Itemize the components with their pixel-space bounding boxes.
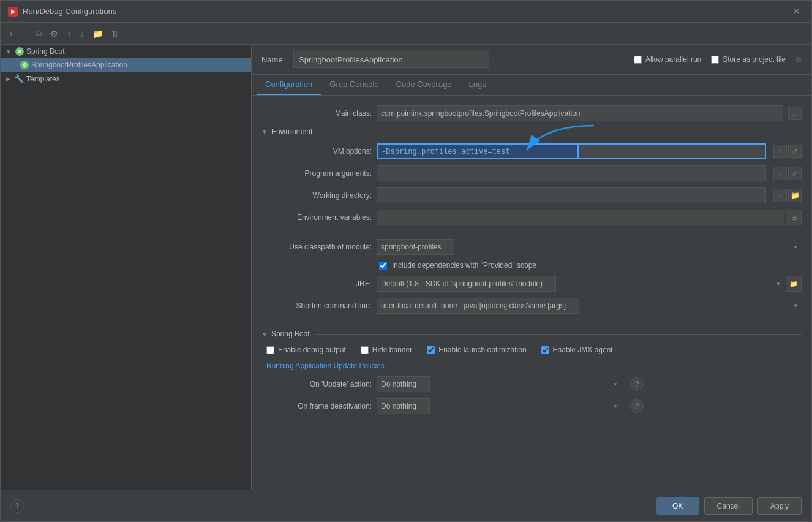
cancel-button[interactable]: Cancel [704, 497, 753, 515]
spring-boot-icon: ⚙ [15, 47, 24, 56]
frame-deactivation-select[interactable]: Do nothing [377, 398, 430, 414]
update-action-label: On 'Update' action: [261, 380, 372, 388]
folder-button[interactable]: 📁 [89, 27, 106, 40]
environment-expand-icon[interactable]: ▼ [261, 129, 268, 135]
shorten-row: Shorten command line: user-local default… [261, 298, 802, 314]
working-dir-add-btn[interactable]: + [773, 189, 787, 202]
program-args-input[interactable] [377, 165, 766, 181]
app-run-icon: ⚙ [20, 61, 29, 69]
allow-parallel-checkbox[interactable] [634, 56, 642, 64]
toolbar: + − ⧉ ⚙ ↑ ↓ 📁 ⇅ [1, 23, 811, 45]
store-settings-icon[interactable]: ⚙ [795, 56, 802, 64]
hide-banner-checkbox[interactable] [361, 346, 369, 354]
vm-options-expand-btn[interactable]: + [773, 145, 787, 158]
apply-button[interactable]: Apply [757, 497, 802, 515]
close-button[interactable]: ✕ [789, 4, 804, 18]
working-dir-browse-btn[interactable]: 📁 [788, 189, 802, 202]
allow-parallel-label: Allow parallel run [645, 55, 701, 64]
tab-code-coverage[interactable]: Code Coverage [388, 75, 461, 95]
env-vars-edit-btn[interactable]: ⊞ [786, 210, 802, 225]
program-args-fullscreen-btn[interactable]: ⤢ [788, 167, 802, 180]
name-row: Name: Allow parallel run Store as projec… [252, 45, 811, 75]
tab-logs[interactable]: Logs [461, 75, 495, 95]
main-class-browse-btn[interactable]: … [788, 107, 802, 120]
tree-item-spring-boot[interactable]: ▼ ⚙ Spring Boot [1, 45, 251, 58]
settings-button[interactable]: ⚙ [47, 27, 61, 40]
spring-boot-section-header: ▼ Spring Boot [261, 330, 802, 338]
store-project-group: Store as project file [711, 55, 786, 64]
remove-button[interactable]: − [19, 27, 30, 40]
templates-expand-icon: ▶ [6, 75, 10, 82]
ok-button[interactable]: OK [656, 497, 699, 515]
jre-browse-btn[interactable]: 📁 [786, 276, 802, 292]
working-dir-actions: + 📁 [773, 189, 802, 202]
env-vars-input[interactable] [377, 210, 784, 225]
shorten-select[interactable]: user-local default: none - java [options… [377, 298, 579, 314]
vm-options-input[interactable] [377, 143, 579, 159]
vm-options-label: VM options: [261, 147, 372, 156]
vm-options-fullscreen-btn[interactable]: ⤢ [788, 145, 802, 158]
vm-options-actions: + ⤢ [773, 145, 802, 158]
update-action-row: On 'Update' action: Do nothing ? [261, 376, 802, 392]
enable-launch-checkbox[interactable] [427, 346, 435, 354]
running-app-title: Running Application Update Policies [261, 361, 802, 370]
spring-boot-expand-icon[interactable]: ▼ [261, 331, 268, 338]
app-icon: ▶ [8, 7, 18, 17]
update-action-select[interactable]: Do nothing [377, 376, 430, 392]
main-content: ▼ ⚙ Spring Boot ⚙ SpringbootProfilesAppl… [1, 45, 811, 490]
hide-banner-label: Hide banner [372, 346, 412, 354]
move-up-button[interactable]: ↑ [64, 27, 74, 40]
expand-icon: ▼ [6, 48, 12, 55]
tree-item-templates[interactable]: ▶ 🔧 Templates [1, 72, 251, 86]
help-button[interactable]: ? [10, 499, 24, 513]
classpath-select[interactable]: springboot-profiles [377, 239, 454, 255]
move-down-button[interactable]: ↓ [77, 27, 87, 40]
program-args-label: Program arguments: [261, 169, 372, 178]
frame-deactivation-label: On frame deactivation: [261, 402, 372, 410]
allow-parallel-group: Allow parallel run [634, 55, 701, 64]
debug-output-checkbox[interactable] [266, 346, 274, 354]
sort-button[interactable]: ⇅ [108, 27, 122, 40]
tab-configuration[interactable]: Configuration [257, 75, 321, 95]
store-project-checkbox[interactable] [711, 56, 719, 64]
include-deps-checkbox[interactable] [379, 262, 387, 270]
jre-row: JRE: Default (1.8 - SDK of 'springboot-p… [261, 276, 802, 292]
debug-output-label: Enable debug output [278, 346, 346, 354]
jre-select[interactable]: Default (1.8 - SDK of 'springboot-profil… [377, 276, 556, 292]
hide-banner-group: Hide banner [361, 346, 412, 354]
spring-boot-divider [314, 334, 802, 335]
shorten-select-wrapper: user-local default: none - java [options… [377, 298, 802, 314]
jre-label: JRE: [261, 279, 372, 288]
add-button[interactable]: + [6, 27, 17, 40]
vm-options-rest [579, 143, 766, 159]
name-input[interactable] [293, 51, 489, 68]
enable-jmx-checkbox[interactable] [541, 346, 549, 354]
tab-grep-console[interactable]: Grep Console [321, 75, 387, 95]
update-action-help-btn[interactable]: ? [630, 377, 644, 391]
environment-section-header: ▼ Environment [261, 127, 802, 136]
program-args-add-btn[interactable]: + [773, 167, 787, 180]
copy-button[interactable]: ⧉ [32, 26, 45, 40]
classpath-row: Use classpath of module: springboot-prof… [261, 239, 802, 255]
include-deps-label: Include dependencies with "Provided" sco… [392, 261, 536, 270]
main-class-label: Main class: [261, 109, 372, 118]
include-deps-row: Include dependencies with "Provided" sco… [261, 261, 802, 270]
spring-boot-label: Spring Boot [26, 47, 65, 56]
shorten-label: Shorten command line: [261, 301, 372, 310]
name-options: Allow parallel run Store as project file… [634, 55, 802, 64]
working-dir-row: Working directory: + 📁 [261, 187, 802, 203]
frame-deactivation-row: On frame deactivation: Do nothing ? [261, 398, 802, 414]
main-class-input[interactable] [377, 105, 783, 121]
frame-deactivation-help-btn[interactable]: ? [630, 399, 644, 413]
env-vars-row: Environment variables: ⊞ [261, 210, 802, 225]
running-app-section: Running Application Update Policies On '… [261, 361, 802, 414]
tree-item-app[interactable]: ⚙ SpringbootProfilesApplication [1, 58, 251, 72]
spring-boot-section-title: Spring Boot [271, 330, 310, 338]
working-dir-input[interactable] [377, 187, 766, 203]
vm-options-container [377, 143, 766, 159]
classpath-select-wrapper: springboot-profiles [377, 239, 802, 255]
vm-options-row: VM options: + ⤢ [261, 143, 802, 159]
working-dir-label: Working directory: [261, 191, 372, 200]
name-label: Name: [261, 55, 286, 64]
enable-launch-label: Enable launch optimization [438, 346, 526, 354]
